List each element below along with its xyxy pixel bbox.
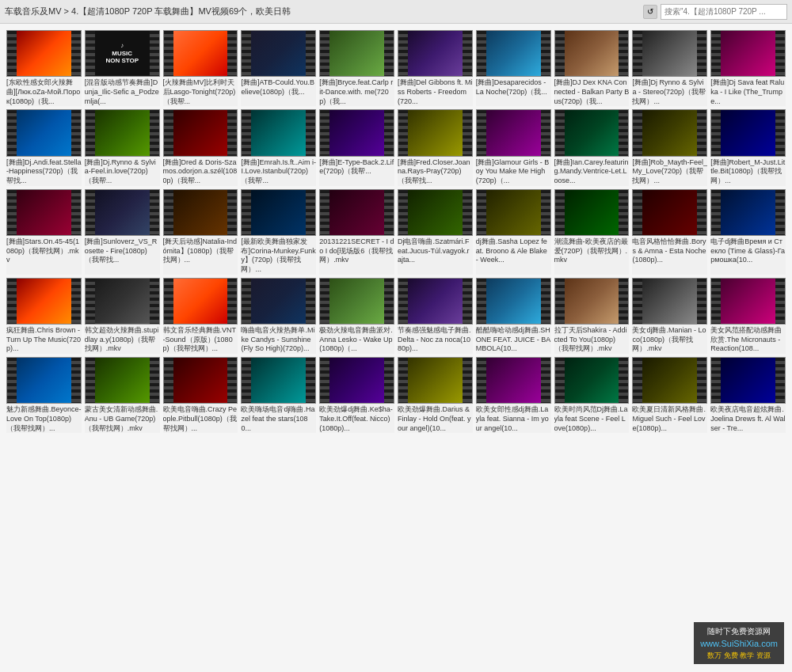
list-item[interactable]: 节奏感强魅感电子舞曲.Delta - Noc za noca(1080p)... [398,278,473,354]
thumb-inner [251,31,306,76]
thumb-inner [173,190,228,235]
video-label: 欧美嗨场电音dj嗨曲.Hazel feat the stars(1080... [241,405,316,433]
list-item[interactable]: [舞曲]ATB-Could.You.Believe(1080p)（我... [241,30,316,106]
list-item[interactable]: [舞曲]Dj.Rynno & Sylvia-Feel.in.love(720p)… [85,109,160,185]
list-item[interactable]: 美女风范搭配动感舞曲欣赏.The Micronauts - Reaction(1… [710,278,786,354]
refresh-button[interactable]: ↺ [643,5,657,19]
thumb-inner [642,190,697,235]
music-label: ♪MUSICNON STOP [105,42,139,65]
list-item[interactable]: dj舞曲.Sasha Lopez feat. Broono & Ale Blak… [476,189,551,275]
list-item[interactable]: [舞天后动感]Natalia-Indómita】(1080p)（我帮找网）... [163,189,238,275]
list-item[interactable]: 酷酷嗨哈动感dj舞曲.SHONE FEAT. JUICE - BAMBOLA(1… [476,278,551,354]
list-item[interactable]: 嗨曲电音火辣热舞单.Mike Candys - Sunshine (Fly So… [241,278,316,354]
list-item[interactable]: [舞曲]Robert_M-Just.Little.Bit(1080p)（我帮找网… [710,109,786,185]
list-item[interactable]: 电子dj舞曲Время и Стекло (Time & Glass)-Гарм… [710,189,786,275]
list-item[interactable]: 欧美夏日清新风格舞曲.Miguel Such - Feel Love(1080p… [632,357,707,433]
video-thumbnail [163,109,238,156]
thumb-inner [329,190,384,235]
thumb-inner [173,31,228,76]
video-label: 欧美夜店电音超炫舞曲.Joelina Drews ft. Al Walser -… [710,405,786,433]
search-input[interactable] [661,4,787,20]
video-label: 电音风格恰恰舞曲.Borys & Amna - Esta Noche(1080p… [632,237,707,265]
thumb-inner [486,358,541,403]
list-item[interactable]: 韩文音乐经典舞曲.VNT-Sound（原版）(1080p)（我帮找网）... [163,278,238,354]
watermark: 随时下免费资源网 www.SuiShiXia.com 数万 免费 教学 资源 [694,622,784,664]
video-thumbnail [710,109,786,156]
thumb-inner [565,358,619,403]
list-item[interactable]: 欧美电音嗨曲.Crazy People.Pitbull(1080p)（我帮找网）… [163,357,238,433]
list-item[interactable]: [舞曲]Fred.Closer.Joanna.Rays-Pray(720p)（我… [398,109,473,185]
video-thumbnail [319,30,394,77]
thumb-inner [173,358,228,403]
list-item[interactable]: [舞曲]Ian.Carey.featuring.Mandy.Ventrice-L… [554,109,630,185]
thumb-inner [486,190,541,235]
list-item[interactable]: 魅力新感舞曲.Beyonce-Love On Top(1080p)（我帮找网）.… [6,357,82,433]
list-item[interactable]: 拉丁天后Shakira - Addicted To You(1080p)（我帮找… [554,278,630,354]
list-item[interactable]: [舞曲]Del Gibbons ft. Miss Roberts - Freed… [398,30,473,106]
video-label: 20131221SECRET - I do I do[现场版6（我帮找网）.mk… [319,237,394,265]
video-thumbnail [163,278,238,325]
list-item[interactable]: 欧美嗨场电音dj嗨曲.Hazel feat the stars(1080... [241,357,316,433]
list-item[interactable]: 电音风格恰恰舞曲.Borys & Amna - Esta Noche(1080p… [632,189,707,275]
list-item[interactable]: [舞曲]E-Type-Back.2.Life(720p)（我帮... [319,109,394,185]
list-item[interactable]: [舞曲]Desaparecidos - La Noche(720p)（我... [476,30,551,106]
video-thumbnail [476,357,551,404]
title-controls: ↺ [643,4,787,20]
video-thumbnail [398,109,473,156]
list-item[interactable]: ♪MUSICNON STOP[混音版动感节奏舞曲]Dunja_Ilic-Sefi… [85,30,160,106]
list-item[interactable]: [最新欧美舞曲独家发布]Corina-Munkey.Funky】(720p)（我… [241,189,316,275]
list-item[interactable]: 潮流舞曲-欧美夜店的最爱(720P)（我帮找网）.mkv [554,189,630,275]
list-item[interactable]: [火辣舞曲MV]比利时天后Lasgo-Tonight(720p)（我帮... [163,30,238,106]
video-thumbnail [241,278,316,325]
thumb-inner [17,358,71,403]
list-item[interactable]: [舞曲]Rob_Mayth-Feel_My_Love(720p)（我帮找网）..… [632,109,707,185]
list-item[interactable]: [舞曲]Emrah.Is.ft..Aim i-I.Love.Istanbul(7… [241,109,316,185]
list-item[interactable]: 欧美夜店电音超炫舞曲.Joelina Drews ft. Al Walser -… [710,357,786,433]
list-item[interactable]: 20131221SECRET - I do I do[现场版6（我帮找网）.mk… [319,189,394,275]
list-item[interactable]: [舞曲]DJ Dex KNA Connected - Balkan Party … [554,30,630,106]
thumb-inner [95,190,150,235]
list-item[interactable]: 欧美时尚风范Dj舞曲.Layla feat Scene - Feel Love(… [554,357,630,433]
list-item[interactable]: [舞曲]Dj.Andi.feat.Stella-Happiness(720p)（… [6,109,82,185]
video-thumbnail [398,30,473,77]
list-item[interactable]: [舞曲]Dred & Doris-Szamos.odorjon.a.szél(1… [163,109,238,185]
list-item[interactable]: [舞曲]Glamour Girls - Boy You Make Me High… [476,109,551,185]
list-item[interactable]: [舞曲]Dj Rynno & Sylvia - Stereo(720p)（我帮找… [632,30,707,106]
list-item[interactable]: 欧美劲爆舞曲.Darius & Finlay - Hold On(feat. y… [398,357,473,433]
video-label: [舞天后动感]Natalia-Indómita】(1080p)（我帮找网）... [163,237,238,265]
video-label: 疯狂舞曲.Chris Brown - Turn Up The Music(720… [6,326,82,354]
list-item[interactable]: Dj电音嗨曲.Szatmári.Feat.Jucus-Túl.vagyok.ra… [398,189,473,275]
thumb-inner [95,279,150,324]
thumb-inner: ♪MUSICNON STOP [95,31,150,76]
list-item[interactable]: 欧美女郎性感dj舞曲.Layla feat. Sianna - Im your … [476,357,551,433]
video-label: 拉丁天后Shakira - Addicted To You(1080p)（我帮找… [554,326,630,354]
video-label: 欧美电音嗨曲.Crazy People.Pitbull(1080p)（我帮找网）… [163,405,238,433]
list-item[interactable]: 极劲火辣电音舞曲派对.Anna Lesko - Wake Up(1080p)（.… [319,278,394,354]
list-item[interactable]: [舞曲]Sunloverz_VS_Rosette - Fire(1080p)（我… [85,189,160,275]
thumb-inner [486,31,541,76]
list-item[interactable]: 欧美劲爆dj舞曲.Ke$ha-Take.It.Off(feat. Nicco)(… [319,357,394,433]
thumb-inner [329,358,384,403]
thumb-inner [721,110,775,155]
video-label: 欧美劲爆舞曲.Darius & Finlay - Hold On(feat. y… [398,405,473,433]
list-item[interactable]: 美女dj舞曲.Manian - Loco(1080p)（我帮找网）.mkv [632,278,707,354]
video-thumbnail [6,30,82,77]
list-item[interactable]: [舞曲]Stars.On.45-45(1080p)（我帮找网）.mkv [6,189,82,275]
list-item[interactable]: 疯狂舞曲.Chris Brown - Turn Up The Music(720… [6,278,82,354]
list-item[interactable]: 蒙古美女清新动感舞曲.Anu - UB Game(720p)（我帮找网）.mkv [85,357,160,433]
thumb-inner [642,358,697,403]
list-item[interactable]: [东欧性感女郎火辣舞曲][Люк.оZa-Мой.Порок(1080p)（我.… [6,30,82,106]
video-label: [舞曲]Fred.Closer.Joanna.Rays-Pray(720p)（我… [398,158,473,186]
video-thumbnail: ♪MUSICNON STOP [85,30,160,77]
list-item[interactable]: 韩文超劲火辣舞曲.stupidlay a.y(1080p)（我帮找网）.mkv [85,278,160,354]
video-thumbnail [398,189,473,236]
video-label: [舞曲]Rob_Mayth-Feel_My_Love(720p)（我帮找网）..… [632,158,707,186]
list-item[interactable]: [舞曲]Bryce.feat.Carlp rit-Dance.with. me(… [319,30,394,106]
thumb-inner [17,190,71,235]
video-thumbnail [319,109,394,156]
video-label: [舞曲]Dj Sava feat Raluka - I Like (The_Tr… [710,78,786,106]
video-thumbnail [319,278,394,325]
list-item[interactable]: [舞曲]Dj Sava feat Raluka - I Like (The_Tr… [710,30,786,106]
video-label: 欧美夏日清新风格舞曲.Miguel Such - Feel Love(1080p… [632,405,707,433]
video-thumbnail [710,357,786,404]
